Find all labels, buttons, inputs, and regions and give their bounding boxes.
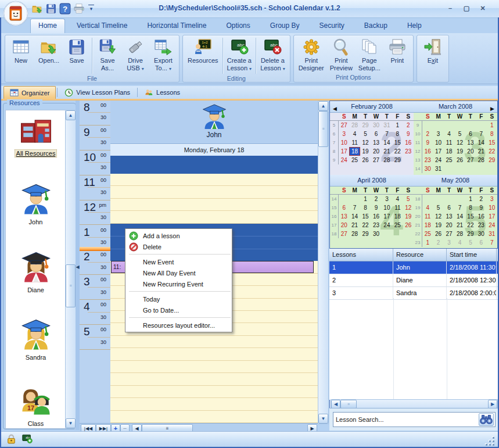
day-cell-19[interactable]: 19 bbox=[403, 212, 414, 221]
day-cell-1[interactable]: 1 bbox=[465, 195, 476, 203]
day-cell-11[interactable]: 11 bbox=[444, 138, 454, 147]
day-cell-2[interactable]: 2 bbox=[476, 195, 486, 203]
day-cell-3[interactable]: 3 bbox=[487, 195, 497, 203]
quick-help-icon[interactable]: ? bbox=[59, 3, 71, 15]
day-cell-25[interactable]: 25 bbox=[392, 221, 403, 230]
day-cell-6[interactable]: 6 bbox=[465, 130, 476, 138]
menu-item-resources-layout-editor[interactable]: Resources layout editor... bbox=[125, 320, 232, 331]
day-cell-10[interactable]: 10 bbox=[339, 138, 349, 147]
table-row[interactable]: 1John2/18/2008 11:30: bbox=[329, 261, 498, 274]
ribbon-button-open[interactable]: Open... bbox=[35, 37, 63, 65]
day-cell-9[interactable]: 9 bbox=[403, 130, 414, 138]
resource-item-diane[interactable]: Diane bbox=[6, 250, 66, 295]
day-cell-13[interactable]: 13 bbox=[371, 138, 381, 147]
day-cell-21[interactable]: 21 bbox=[349, 221, 360, 230]
resource-item-sandra[interactable]: Sandra bbox=[6, 318, 66, 362]
day-cell-9[interactable]: 9 bbox=[371, 203, 381, 212]
menu-item-new-all-day-event[interactable]: New All Day Event bbox=[125, 267, 232, 278]
menu-item-new-recurring-event[interactable]: New Recurring Event bbox=[125, 278, 232, 289]
day-cell-12[interactable]: 12 bbox=[433, 212, 443, 221]
day-cell-21[interactable]: 21 bbox=[454, 221, 465, 230]
day-cell-28[interactable]: 28 bbox=[382, 156, 392, 164]
day-cell-26[interactable]: 26 bbox=[433, 230, 443, 238]
day-cell-8[interactable]: 8 bbox=[392, 130, 403, 138]
day-cell-11[interactable]: 11 bbox=[392, 203, 403, 212]
column-header-start-time[interactable]: Start time bbox=[447, 249, 497, 261]
day-cell-20[interactable]: 20 bbox=[339, 221, 349, 230]
day-cell-1[interactable]: 1 bbox=[360, 195, 371, 203]
ribbon-button-export-to[interactable]: ExportTo... ▾ bbox=[149, 37, 177, 73]
day-cell-18[interactable]: 18 bbox=[444, 147, 454, 156]
day-cell-25[interactable]: 25 bbox=[349, 156, 360, 164]
day-cell-23[interactable]: 23 bbox=[371, 221, 381, 230]
day-vertical-scrollbar[interactable]: ▲▼≡ bbox=[318, 101, 329, 424]
day-cell-28[interactable]: 28 bbox=[454, 230, 465, 238]
day-cell-23[interactable]: 23 bbox=[422, 156, 433, 164]
day-cell-15[interactable]: 15 bbox=[487, 138, 497, 147]
day-cell-3[interactable]: 3 bbox=[444, 238, 454, 247]
day-cell-5[interactable]: 5 bbox=[454, 130, 465, 138]
day-cell-26[interactable]: 26 bbox=[403, 221, 414, 230]
day-cell-7[interactable]: 7 bbox=[382, 130, 392, 138]
day-cell-4[interactable]: 4 bbox=[454, 238, 465, 247]
day-cell-29[interactable]: 29 bbox=[360, 121, 371, 130]
ribbon-button-print-preview[interactable]: PrintPreview bbox=[327, 37, 356, 73]
day-cell-10[interactable]: 10 bbox=[487, 203, 497, 212]
day-cell-4[interactable]: 4 bbox=[444, 130, 454, 138]
all-day-band[interactable] bbox=[110, 156, 318, 174]
day-cell-2[interactable]: 2 bbox=[433, 238, 443, 247]
day-cell-20[interactable]: 20 bbox=[465, 147, 476, 156]
binoculars-icon[interactable] bbox=[479, 413, 494, 426]
ribbon-button-new[interactable]: New bbox=[7, 37, 35, 65]
view-tab-lessons[interactable]: Lessons bbox=[139, 86, 186, 99]
day-cell-22[interactable]: 22 bbox=[465, 221, 476, 230]
ribbon-tab-backup[interactable]: Backup bbox=[356, 19, 396, 33]
maximize-button[interactable]: ▢ bbox=[460, 3, 473, 13]
view-tab-view-lesson-plans[interactable]: View Lesson Plans bbox=[59, 86, 136, 99]
day-cell-23[interactable]: 23 bbox=[403, 147, 414, 156]
day-cell-24[interactable]: 24 bbox=[339, 156, 349, 164]
day-cell-5[interactable]: 5 bbox=[360, 130, 371, 138]
scroll-left-icon[interactable]: ◀ bbox=[331, 400, 340, 408]
day-cell-5[interactable]: 5 bbox=[403, 195, 414, 203]
day-cell-30[interactable]: 30 bbox=[476, 230, 486, 238]
day-cell-29[interactable]: 29 bbox=[487, 156, 497, 164]
day-cell-31[interactable]: 31 bbox=[433, 164, 443, 173]
day-cell-27[interactable]: 27 bbox=[339, 121, 349, 130]
day-cell-6[interactable]: 6 bbox=[444, 203, 454, 212]
day-cell-4[interactable]: 4 bbox=[392, 195, 403, 203]
day-cell-7[interactable]: 7 bbox=[454, 203, 465, 212]
ribbon-tab-home[interactable]: Home bbox=[30, 19, 65, 33]
scroll-thumb[interactable]: ≡ bbox=[66, 264, 76, 307]
day-cell-8[interactable]: 8 bbox=[465, 203, 476, 212]
view-tab-organizer[interactable]: Organizer bbox=[3, 86, 56, 99]
day-cell-15[interactable]: 15 bbox=[360, 212, 371, 221]
day-resource-header[interactable]: John bbox=[110, 101, 318, 144]
day-cell-29[interactable]: 29 bbox=[465, 230, 476, 238]
day-cell-28[interactable]: 28 bbox=[476, 156, 486, 164]
day-cell-30[interactable]: 30 bbox=[371, 121, 381, 130]
day-cell-1[interactable]: 1 bbox=[392, 121, 403, 130]
menu-item-delete[interactable]: Delete bbox=[125, 241, 232, 252]
table-row[interactable]: 2Diane2/18/2008 12:30: bbox=[329, 274, 498, 287]
scroll-up-icon[interactable]: ▲ bbox=[318, 101, 328, 111]
day-cell-27[interactable]: 27 bbox=[465, 156, 476, 164]
day-cell-27[interactable]: 27 bbox=[371, 156, 381, 164]
day-cell-9[interactable]: 9 bbox=[476, 203, 486, 212]
resource-item-all-resources[interactable]: All Resources bbox=[6, 114, 66, 158]
day-cell-7[interactable]: 7 bbox=[349, 203, 360, 212]
day-cell-22[interactable]: 22 bbox=[487, 147, 497, 156]
menu-item-add-a-lesson[interactable]: Add a lesson bbox=[125, 230, 232, 241]
menu-item-today[interactable]: Today bbox=[125, 293, 232, 304]
day-cell-11[interactable]: 11 bbox=[422, 212, 433, 221]
day-cell-26[interactable]: 26 bbox=[454, 156, 465, 164]
scroll-thumb[interactable]: ≡ bbox=[318, 111, 328, 147]
day-cell-6[interactable]: 6 bbox=[339, 203, 349, 212]
day-cell-19[interactable]: 19 bbox=[433, 221, 443, 230]
day-cell-8[interactable]: 8 bbox=[360, 203, 371, 212]
ribbon-tab-options[interactable]: Options bbox=[218, 19, 258, 33]
day-cell-18[interactable]: 18 bbox=[392, 212, 403, 221]
day-cell-12[interactable]: 12 bbox=[403, 203, 414, 212]
day-cell-26[interactable]: 26 bbox=[360, 156, 371, 164]
table-row[interactable]: 3Sandra2/18/2008 2:00:0 bbox=[329, 287, 498, 300]
